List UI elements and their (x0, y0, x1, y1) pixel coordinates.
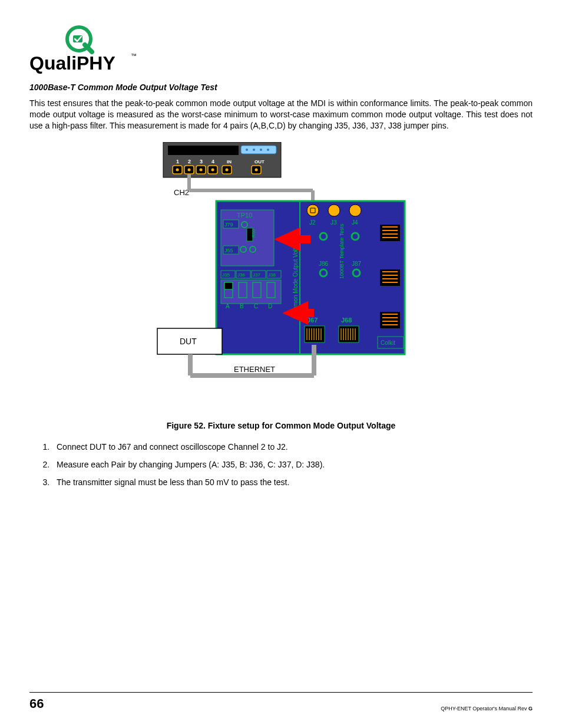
svg-text:Colkit: Colkit (381, 340, 395, 346)
oscilloscope-icon: 1 2 3 4 IN OUT (163, 142, 281, 177)
svg-text:A: A (226, 303, 230, 309)
page-number: 66 (29, 696, 44, 711)
svg-point-25 (200, 168, 203, 171)
svg-text:J87: J87 (352, 261, 362, 267)
svg-rect-78 (305, 326, 325, 342)
svg-point-27 (226, 168, 229, 171)
dut-label: DUT (180, 337, 197, 346)
svg-text:J86: J86 (319, 261, 329, 267)
svg-text:J68: J68 (341, 317, 352, 324)
pcb-board-icon: TP10 J79 R50 J55 J35 J36 (216, 201, 405, 354)
svg-text:J35: J35 (222, 272, 230, 278)
svg-text:J38: J38 (268, 272, 276, 278)
svg-rect-87 (339, 326, 359, 342)
svg-rect-54 (224, 282, 233, 289)
svg-text:J79: J79 (224, 222, 233, 228)
svg-text:1: 1 (176, 159, 179, 164)
svg-text:TP10: TP10 (237, 212, 252, 219)
svg-text:J36: J36 (237, 272, 245, 278)
svg-point-67 (349, 205, 361, 216)
svg-text:IN: IN (227, 159, 232, 164)
qualiphy-logo-icon: QualiPHY ™ (29, 24, 141, 77)
svg-point-7 (246, 149, 248, 151)
svg-point-26 (211, 168, 214, 171)
svg-text:J3: J3 (330, 219, 337, 226)
svg-text:™: ™ (131, 52, 137, 59)
svg-rect-113 (299, 235, 310, 243)
svg-text:D: D (268, 303, 272, 309)
svg-text:1000BT Template Tests: 1000BT Template Tests (339, 223, 345, 279)
procedure-list: Connect DUT to J67 and connect oscillosc… (52, 442, 533, 487)
svg-text:J2: J2 (309, 219, 316, 226)
ch2-label: CH2 (174, 188, 189, 197)
step-item: Measure each Pair by changing Jumpers (A… (52, 460, 533, 469)
svg-text:J55: J55 (224, 248, 233, 253)
svg-point-9 (260, 149, 262, 151)
svg-point-23 (176, 168, 179, 171)
svg-point-10 (267, 149, 269, 151)
page-footer: 66 QPHY-ENET Operator's Manual Rev G (29, 692, 533, 711)
svg-point-28 (255, 168, 258, 171)
jack-row-top: J2 J3 J4 (307, 205, 361, 226)
figure-caption: Figure 52. Fixture setup for Common Mode… (29, 421, 533, 430)
footer-manual-rev: QPHY-ENET Operator's Manual Rev G (441, 706, 533, 711)
svg-text:4: 4 (211, 159, 214, 164)
figure-52: 1 2 3 4 IN OUT CH2 (29, 142, 533, 430)
svg-text:J37: J37 (253, 272, 260, 278)
svg-text:J4: J4 (352, 219, 358, 226)
svg-text:C: C (254, 303, 258, 309)
step-item: Connect DUT to J67 and connect oscillosc… (52, 442, 533, 452)
svg-point-8 (253, 149, 255, 151)
svg-rect-115 (307, 309, 314, 317)
svg-text:3: 3 (200, 159, 203, 164)
section-heading: 1000Base-T Common Mode Output Voltage Te… (29, 83, 533, 92)
svg-text:QualiPHY: QualiPHY (29, 52, 115, 74)
svg-text:OUT: OUT (254, 159, 265, 164)
svg-point-24 (188, 168, 191, 171)
brand-logo: QualiPHY ™ (29, 24, 533, 77)
svg-point-65 (307, 205, 319, 216)
svg-rect-5 (168, 146, 239, 155)
svg-text:2: 2 (188, 159, 191, 164)
ethernet-label: ETHERNET (234, 365, 275, 374)
fixture-diagram: 1 2 3 4 IN OUT CH2 (146, 142, 416, 390)
svg-text:J67: J67 (307, 317, 318, 324)
body-paragraph: This test ensures that the peak-to-peak … (29, 98, 533, 131)
step-item: The transmitter signal must be less than… (52, 477, 533, 487)
svg-text:R50: R50 (251, 228, 256, 237)
svg-text:B: B (240, 303, 244, 309)
svg-point-66 (328, 205, 340, 216)
